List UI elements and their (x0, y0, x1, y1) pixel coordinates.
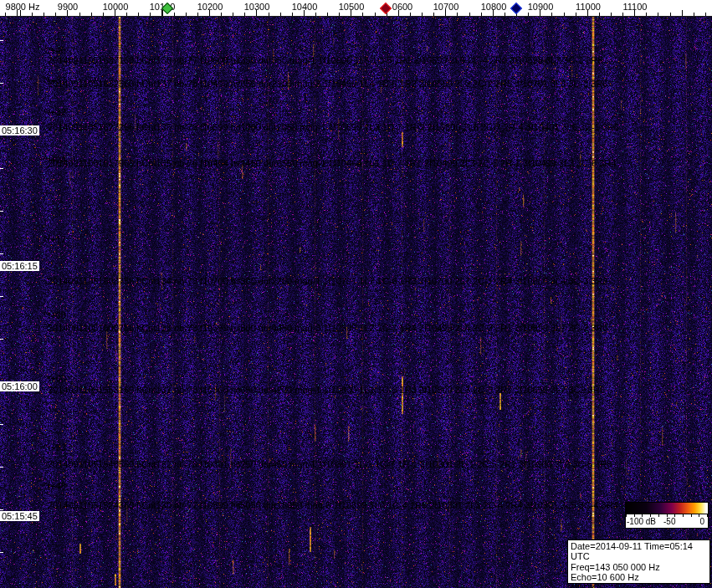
freq-label: 10400 (292, 2, 318, 12)
info-line-echo: Echo=10 600 Hz (571, 572, 707, 582)
waterfall-app: 05:16:3005:16:1505:16:0005:15:45 ^t+4020… (0, 0, 712, 588)
freq-label: 11000 (576, 2, 601, 12)
freq-label: 9900 (58, 2, 78, 12)
db-scale: -100 dB -50 0 (625, 514, 709, 529)
db-label-max: 0 (699, 517, 704, 527)
freq-label: 10700 (433, 2, 459, 12)
freq-label: 11100 (623, 2, 648, 12)
freq-label: 10200 (197, 2, 223, 12)
db-colorbar (625, 502, 709, 514)
db-label-min: -100 dB (627, 517, 656, 527)
freq-label: 0600 (392, 2, 412, 12)
spectrogram-canvas[interactable] (0, 0, 712, 588)
status-info-box: Date=2014-09-11 Time=05:14 UTC Freq=143 … (567, 539, 710, 584)
freq-label: 10000 (103, 2, 129, 12)
freq-label: 9800 Hz (6, 2, 40, 12)
info-line-date: Date=2014-09-11 Time=05:14 UTC (571, 541, 707, 562)
freq-label: 10900 (528, 2, 554, 12)
freq-label: 10300 (244, 2, 270, 12)
freq-label: 10500 (339, 2, 365, 12)
frequency-scale: 9800 Hz990010000101001020010300104001050… (0, 0, 712, 17)
info-line-freq: Freq=143 050 000 Hz (571, 562, 707, 572)
db-legend: -100 dB -50 0 (625, 502, 709, 529)
info-line-station: HPHK (571, 583, 707, 588)
freq-label: 10800 (481, 2, 507, 12)
db-label-mid: -50 (663, 517, 675, 527)
